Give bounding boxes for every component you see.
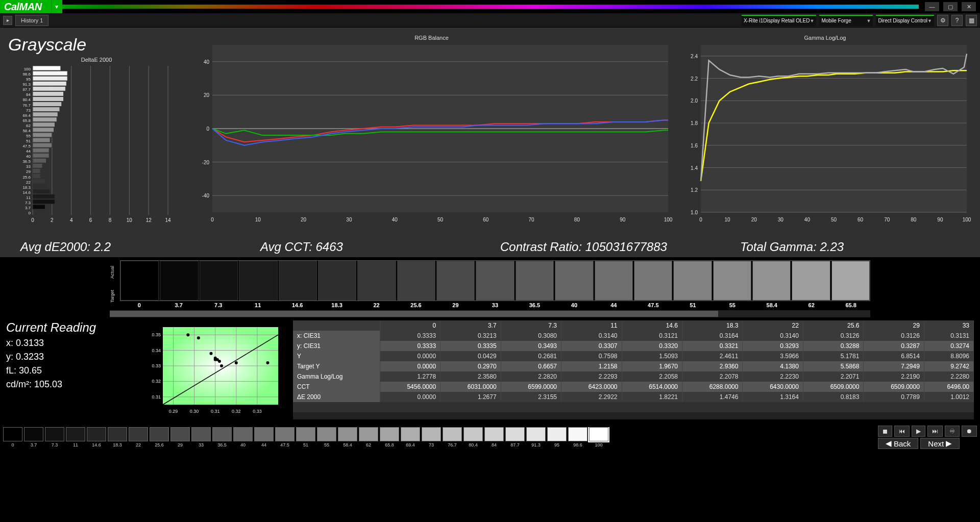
swatch-labels: 03.77.31114.618.32225.6293336.5404447.55… xyxy=(120,302,870,308)
deltae-chart: 0246810121410098.69591.387.78480.476.773… xyxy=(8,64,185,234)
stimulus-chip[interactable]: 76.7 xyxy=(443,427,462,448)
stimulus-chip[interactable]: 36.5 xyxy=(212,427,232,448)
rgb-chart-title: RGB Balance xyxy=(190,35,673,41)
stimulus-chip[interactable]: 87.7 xyxy=(505,427,525,448)
reading-fl: fL: 30.65 xyxy=(6,365,134,376)
svg-text:30: 30 xyxy=(778,217,784,222)
settings-button[interactable]: ⚙ xyxy=(937,15,948,26)
svg-text:90: 90 xyxy=(620,217,626,222)
svg-text:50: 50 xyxy=(831,217,837,222)
skip-fwd-icon[interactable]: ⏭ xyxy=(927,426,943,437)
stimulus-chip[interactable]: 25.6 xyxy=(150,427,169,448)
panels-button[interactable]: ▦ xyxy=(966,15,977,26)
chevron-down-icon: ▼ xyxy=(927,18,932,23)
stimulus-chip[interactable]: 3.7 xyxy=(24,427,43,448)
stimulus-chip[interactable]: 7.3 xyxy=(45,427,64,448)
svg-text:55: 55 xyxy=(26,134,31,138)
play-icon[interactable]: ▶ xyxy=(912,426,925,437)
svg-rect-34 xyxy=(33,112,58,117)
history-tab[interactable]: History 1 xyxy=(15,15,48,26)
svg-rect-54 xyxy=(33,163,42,168)
svg-rect-24 xyxy=(33,86,65,91)
gamma-chart: 1.01.21.41.61.82.02.22.40102030405060708… xyxy=(678,42,972,234)
footer: 03.77.31114.618.32225.6293336.5404447.55… xyxy=(0,424,980,451)
svg-rect-64 xyxy=(33,189,50,194)
stimulus-chip[interactable]: 98.6 xyxy=(568,427,587,448)
stimulus-chip[interactable]: 55 xyxy=(317,427,336,448)
data-table[interactable]: 03.77.31114.618.32225.62933x: CIE310.333… xyxy=(293,320,974,412)
charts-row: Grayscale DeltaE 2000 0246810121410098.6… xyxy=(0,28,980,237)
chevron-down-icon: ▼ xyxy=(810,18,814,23)
stimulus-chip[interactable]: 58.4 xyxy=(338,427,357,448)
stimulus-chip[interactable]: 47.5 xyxy=(275,427,295,448)
close-button[interactable]: ✕ xyxy=(962,2,976,11)
stimulus-chip[interactable]: 69.4 xyxy=(401,427,420,448)
source-dropdown[interactable]: Mobile Forge▼ xyxy=(819,15,873,26)
svg-point-152 xyxy=(218,360,221,363)
stimulus-chip[interactable]: 18.3 xyxy=(108,427,127,448)
maximize-button[interactable]: ▢ xyxy=(943,2,958,11)
svg-point-154 xyxy=(235,361,238,364)
spectrum-bar xyxy=(62,5,919,9)
app-logo: CalMAN xyxy=(0,0,51,13)
stimulus-chip[interactable]: 95 xyxy=(547,427,567,448)
stimulus-chip[interactable]: 62 xyxy=(359,427,378,448)
stimulus-chip[interactable]: 14.6 xyxy=(87,427,106,448)
stop-icon[interactable]: ◼ xyxy=(878,426,892,437)
svg-text:0.32: 0.32 xyxy=(232,409,241,414)
svg-text:0: 0 xyxy=(29,211,31,215)
svg-text:0.33: 0.33 xyxy=(253,409,262,414)
stimulus-chip[interactable]: 11 xyxy=(66,427,85,448)
stimulus-chip[interactable]: 80.4 xyxy=(463,427,483,448)
stimulus-chip[interactable]: 65.8 xyxy=(380,427,399,448)
svg-text:14: 14 xyxy=(165,217,172,223)
next-button[interactable]: Next ▶ xyxy=(920,438,960,449)
stimulus-chip[interactable]: 0 xyxy=(3,427,22,448)
svg-text:0.35: 0.35 xyxy=(152,332,161,337)
svg-text:-20: -20 xyxy=(202,160,210,165)
tab-menu-button[interactable]: ▸ xyxy=(3,16,12,25)
stimulus-chip[interactable]: 29 xyxy=(170,427,190,448)
svg-point-147 xyxy=(197,336,200,339)
page-title: Grayscale xyxy=(8,35,185,55)
svg-rect-48 xyxy=(33,148,49,153)
svg-text:40: 40 xyxy=(204,59,210,65)
help-button[interactable]: ? xyxy=(951,15,963,26)
svg-text:22: 22 xyxy=(26,180,31,185)
stimulus-chip[interactable]: 44 xyxy=(254,427,274,448)
svg-text:20: 20 xyxy=(301,217,307,222)
swatch-scrollbar[interactable] xyxy=(110,310,870,317)
svg-text:0: 0 xyxy=(211,217,214,222)
svg-rect-52 xyxy=(33,158,46,163)
svg-text:98.6: 98.6 xyxy=(22,72,31,77)
stimulus-chip[interactable]: 100 xyxy=(589,427,608,448)
grayscale-swatches[interactable] xyxy=(120,260,870,301)
stimulus-chip[interactable]: 73 xyxy=(422,427,441,448)
loop-icon[interactable]: ♾ xyxy=(945,426,960,437)
svg-text:40: 40 xyxy=(804,217,811,222)
stimulus-chip[interactable]: 51 xyxy=(296,427,315,448)
back-button[interactable]: ◀ Back xyxy=(878,438,918,449)
stimulus-chip[interactable]: 22 xyxy=(129,427,148,448)
stimulus-chips[interactable]: 03.77.31114.618.32225.6293336.5404447.55… xyxy=(3,427,875,448)
stimulus-chip[interactable]: 84 xyxy=(484,427,504,448)
reading-y: y: 0.3233 xyxy=(6,352,134,362)
stimulus-chip[interactable]: 33 xyxy=(191,427,211,448)
svg-text:10: 10 xyxy=(255,217,261,222)
skip-back-icon[interactable]: ⏮ xyxy=(894,426,910,437)
record-icon[interactable]: ⏺ xyxy=(962,426,977,437)
meter-dropdown[interactable]: X-Rite i1Display Retail OLED▼ xyxy=(742,15,816,26)
svg-text:69.4: 69.4 xyxy=(22,113,31,118)
table-scrollbar[interactable] xyxy=(293,412,974,419)
svg-rect-44 xyxy=(33,138,50,142)
stimulus-chip[interactable]: 40 xyxy=(233,427,253,448)
svg-text:70: 70 xyxy=(884,217,890,222)
minimize-button[interactable]: — xyxy=(925,2,939,11)
display-dropdown[interactable]: Direct Display Control▼ xyxy=(876,15,934,26)
svg-text:1.0: 1.0 xyxy=(691,210,698,215)
svg-text:100: 100 xyxy=(664,217,673,222)
logo-menu-button[interactable]: ▾ xyxy=(51,0,62,13)
svg-text:0.31: 0.31 xyxy=(211,409,220,414)
stimulus-chip[interactable]: 91.3 xyxy=(526,427,546,448)
svg-text:30: 30 xyxy=(346,217,352,222)
